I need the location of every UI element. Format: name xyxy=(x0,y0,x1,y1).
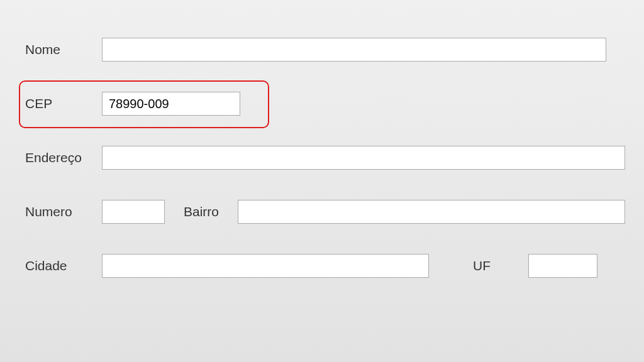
row-nome: Nome xyxy=(13,38,631,62)
input-endereco[interactable] xyxy=(102,146,625,170)
row-cidade-uf: Cidade UF xyxy=(13,254,631,278)
row-endereco: Endereço xyxy=(13,146,631,170)
row-numero-bairro: Numero Bairro xyxy=(13,200,631,224)
input-cidade[interactable] xyxy=(102,254,429,278)
input-uf[interactable] xyxy=(528,254,597,278)
input-nome[interactable] xyxy=(102,38,606,62)
input-cep[interactable] xyxy=(102,92,240,116)
label-numero: Numero xyxy=(13,204,102,219)
label-bairro: Bairro xyxy=(184,204,219,219)
input-bairro[interactable] xyxy=(238,200,625,224)
input-numero[interactable] xyxy=(102,200,165,224)
uf-group: UF xyxy=(473,254,597,278)
row-cep: CEP xyxy=(13,92,631,116)
label-uf: UF xyxy=(473,258,491,273)
label-cep: CEP xyxy=(13,96,102,111)
label-cidade: Cidade xyxy=(13,258,102,273)
label-nome: Nome xyxy=(13,42,102,57)
label-endereco: Endereço xyxy=(13,150,102,165)
